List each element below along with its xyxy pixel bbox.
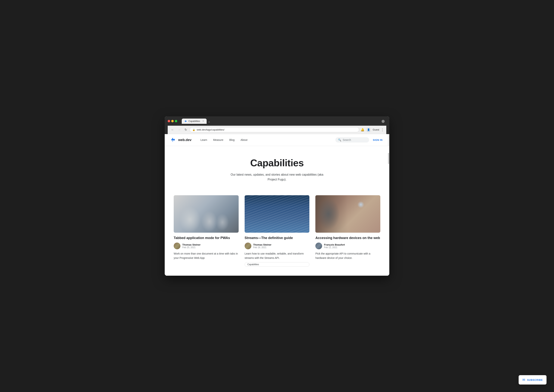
- scrollbar-thumb[interactable]: [388, 153, 389, 164]
- url-text: web.dev/tags/capabilities/: [197, 128, 224, 131]
- article-tag[interactable]: Capabilities: [245, 262, 310, 267]
- author-avatar: [245, 243, 251, 249]
- svg-marker-2: [171, 140, 175, 142]
- article-title[interactable]: Accessing hardware devices on the web: [315, 236, 380, 240]
- nav-blog[interactable]: Blog: [226, 137, 237, 143]
- forward-button[interactable]: →: [177, 127, 182, 132]
- articles-grid: Tabbed application mode for PWAs Thomas …: [165, 191, 389, 276]
- author-avatar: [315, 243, 322, 249]
- author-name: François Beaufort: [324, 243, 345, 246]
- article-card: Accessing hardware devices on the web Fr…: [315, 195, 380, 267]
- author-date: Feb 19, 2021: [253, 246, 272, 249]
- reload-button[interactable]: ↻: [184, 127, 188, 132]
- browser-window: Capabilities ✕ + ⬤ ← → ↻ 🔒 web.dev/tags/…: [165, 116, 389, 276]
- svg-marker-0: [185, 120, 187, 122]
- window-controls: ⬤: [380, 119, 386, 123]
- site-logo-text: web.dev: [178, 138, 192, 142]
- traffic-lights: [168, 120, 177, 122]
- article-title[interactable]: Streams—The definitive guide: [245, 236, 310, 240]
- article-description: Work on more than one document at a time…: [174, 252, 239, 260]
- avatar-image-francois: [315, 243, 322, 249]
- active-tab[interactable]: Capabilities ✕: [182, 119, 207, 124]
- author-info: Thomas Steiner Feb 25, 2021: [182, 243, 201, 249]
- author-info: Thomas Steiner Feb 19, 2021: [253, 243, 272, 249]
- search-box[interactable]: 🔍 Search: [335, 137, 369, 142]
- article-image-streams: [245, 195, 310, 233]
- site-header: web.dev Learn Measure Blog About 🔍: [165, 134, 389, 146]
- author-name: Thomas Steiner: [182, 243, 201, 246]
- nav-learn[interactable]: Learn: [198, 137, 210, 143]
- author-date: Feb 25, 2021: [182, 246, 201, 249]
- search-icon: 🔍: [338, 138, 341, 141]
- author-info: François Beaufort Feb 12, 2021: [324, 243, 345, 249]
- scrollbar-track: [388, 134, 389, 146]
- svg-marker-1: [171, 138, 175, 140]
- site-nav: Learn Measure Blog About: [198, 137, 250, 143]
- webdev-logo-icon: [171, 137, 177, 143]
- hero-description: Our latest news, updates, and stories ab…: [230, 172, 324, 182]
- page-title: Capabilities: [171, 157, 383, 168]
- search-input[interactable]: Search: [343, 138, 351, 141]
- avatar-image-thomas: [174, 243, 180, 249]
- author-date: Feb 12, 2021: [324, 246, 345, 249]
- hero-section: Capabilities Our latest news, updates, a…: [165, 146, 389, 191]
- notification-icon[interactable]: 🔔: [361, 128, 364, 132]
- tab-close-icon[interactable]: ✕: [202, 120, 204, 122]
- author-avatar: [174, 243, 180, 249]
- site-content: web.dev Learn Measure Blog About 🔍: [165, 134, 389, 276]
- address-bar[interactable]: 🔒 web.dev/tags/capabilities/: [190, 127, 359, 132]
- article-card: Streams—The definitive guide Thomas Stei…: [245, 195, 310, 267]
- title-bar: Capabilities ✕ + ⬤ ← → ↻ 🔒 web.dev/tags/…: [165, 116, 389, 134]
- tab-favicon-icon: [184, 120, 187, 123]
- tab-bar: Capabilities ✕ +: [182, 119, 378, 124]
- sign-in-button[interactable]: SIGN IN: [372, 137, 383, 143]
- author-row: François Beaufort Feb 12, 2021: [315, 243, 380, 249]
- article-description: Pick the appropriate API to communicate …: [315, 252, 380, 260]
- avatar-image-thomas2: [245, 243, 251, 249]
- back-button[interactable]: ←: [170, 127, 175, 132]
- author-name: Thomas Steiner: [253, 243, 272, 246]
- guest-label: Guest: [373, 128, 379, 131]
- profile-area: 🔔 👤 Guest ⋮: [361, 127, 384, 133]
- site-logo[interactable]: web.dev: [171, 137, 192, 143]
- article-description: Learn how to use readable, writable, and…: [245, 252, 310, 260]
- more-options-icon[interactable]: ⋮: [381, 128, 384, 132]
- close-button[interactable]: [168, 120, 170, 122]
- header-right: 🔍 Search SIGN IN: [335, 137, 383, 143]
- author-row: Thomas Steiner Feb 19, 2021: [245, 243, 310, 249]
- tab-title: Capabilities: [188, 120, 200, 123]
- toolbar: ← → ↻ 🔒 web.dev/tags/capabilities/ 🔔 👤 G…: [168, 126, 386, 134]
- minimize-button[interactable]: [171, 120, 174, 122]
- profile-button[interactable]: 👤: [366, 127, 371, 133]
- lock-icon: 🔒: [192, 128, 195, 131]
- nav-measure[interactable]: Measure: [210, 137, 226, 143]
- article-image-hardware: [315, 195, 380, 233]
- new-tab-button[interactable]: +: [207, 120, 212, 124]
- nav-about[interactable]: About: [237, 137, 250, 143]
- article-image-helmets: [174, 195, 239, 233]
- author-row: Thomas Steiner Feb 25, 2021: [174, 243, 239, 249]
- article-title[interactable]: Tabbed application mode for PWAs: [174, 236, 239, 240]
- maximize-button[interactable]: [175, 120, 177, 122]
- article-card: Tabbed application mode for PWAs Thomas …: [174, 195, 239, 267]
